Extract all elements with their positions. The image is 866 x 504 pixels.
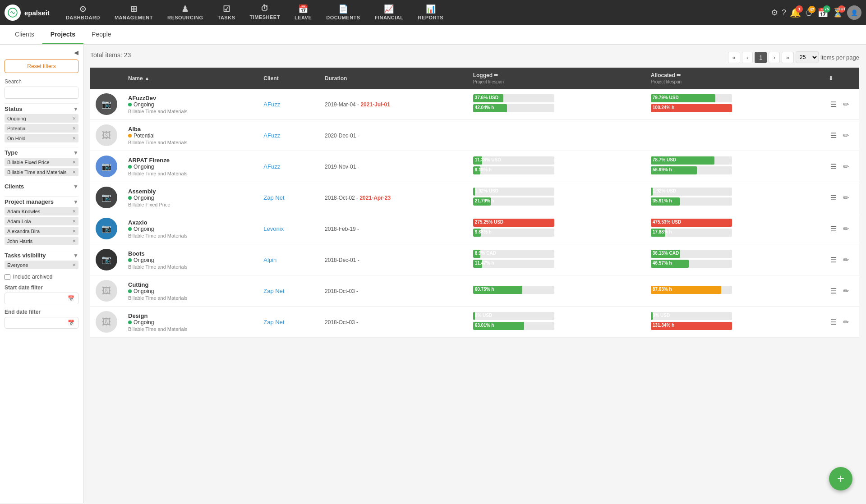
- current-page-button[interactable]: 1: [755, 52, 767, 63]
- logo-area[interactable]: epalseit: [5, 5, 50, 21]
- th-client[interactable]: Client: [258, 68, 319, 89]
- include-archived-checkbox[interactable]: [5, 274, 10, 280]
- nav-financial[interactable]: 📈 FINANCIAL: [368, 0, 411, 25]
- pm-tag-1[interactable]: Adam Lola ×: [5, 217, 78, 225]
- remove-tasks-vis-icon[interactable]: ×: [72, 262, 76, 268]
- th-allocated[interactable]: Allocated ✏ Project lifespan: [645, 68, 823, 89]
- include-archived-label[interactable]: Include archived: [13, 274, 52, 280]
- last-page-button[interactable]: »: [782, 52, 794, 63]
- remove-potential-icon[interactable]: ×: [72, 125, 76, 131]
- remove-pm-1-icon[interactable]: ×: [72, 218, 76, 224]
- nav-timesheet[interactable]: ⏱ TIMESHEET: [242, 0, 287, 25]
- edit-button[interactable]: ✏: [841, 224, 851, 234]
- pm-tag-0[interactable]: Adam Knowles ×: [5, 207, 78, 215]
- tab-clients[interactable]: Clients: [7, 25, 42, 44]
- view-log-button[interactable]: ☰: [829, 192, 838, 203]
- edit-button[interactable]: ✏: [841, 99, 851, 110]
- tab-people[interactable]: People: [83, 25, 120, 44]
- remove-ongoing-icon[interactable]: ×: [72, 115, 76, 121]
- remove-pm-3-icon[interactable]: ×: [72, 238, 76, 244]
- download-icon[interactable]: ⬇: [829, 75, 833, 82]
- row-actions: ☰ ✏: [829, 255, 854, 265]
- items-per-page-select[interactable]: 25 50 100: [796, 51, 819, 63]
- remove-onhold-icon[interactable]: ×: [72, 135, 76, 141]
- th-logged[interactable]: Logged ✏ Project lifespan: [468, 68, 645, 89]
- view-log-button[interactable]: ☰: [829, 130, 838, 141]
- client-link[interactable]: AFuzz: [263, 101, 280, 108]
- pm-tag-2[interactable]: Alexandra Bira ×: [5, 227, 78, 235]
- project-status: Ongoing: [128, 164, 253, 170]
- reset-filters-button[interactable]: Reset filters: [5, 60, 78, 73]
- client-link[interactable]: Levonix: [263, 225, 284, 232]
- type-tag-fixed[interactable]: Billable Fixed Price ×: [5, 158, 78, 166]
- type-tag-time-materials[interactable]: Billable Time and Materials ×: [5, 168, 78, 176]
- edit-button[interactable]: ✏: [841, 255, 851, 265]
- nav-tasks[interactable]: ☑ TASKS: [211, 0, 243, 25]
- nav-management[interactable]: ⊞ MANAGEMENT: [107, 0, 160, 25]
- user-avatar[interactable]: 👤: [847, 5, 861, 20]
- search-input[interactable]: [5, 87, 78, 98]
- remove-time-materials-icon[interactable]: ×: [72, 169, 76, 175]
- project-type: Billable Fixed Price: [128, 202, 253, 207]
- next-page-button[interactable]: ›: [769, 52, 779, 63]
- add-project-fab[interactable]: +: [829, 467, 852, 490]
- status-tag-ongoing[interactable]: Ongoing ×: [5, 114, 78, 123]
- remove-pm-2-icon[interactable]: ×: [72, 228, 76, 234]
- end-date-button[interactable]: 📅: [5, 317, 78, 329]
- th-avatar: [90, 68, 123, 89]
- project-logged-cell: 1.92% USD 21.79% h: [468, 182, 645, 213]
- view-log-button[interactable]: ☰: [829, 161, 838, 172]
- tab-projects[interactable]: Projects: [42, 25, 83, 44]
- calendar-button[interactable]: 📅 75: [817, 7, 829, 18]
- help-button[interactable]: ?: [782, 8, 786, 18]
- client-link[interactable]: AFuzz: [263, 132, 280, 139]
- project-status: Ongoing: [128, 195, 253, 201]
- prev-page-button[interactable]: ‹: [742, 52, 753, 63]
- remove-pm-0-icon[interactable]: ×: [72, 208, 76, 214]
- nav-documents[interactable]: 📄 DOCUMENTS: [319, 0, 367, 25]
- start-date-button[interactable]: 📅: [5, 293, 78, 304]
- view-log-button[interactable]: ☰: [829, 286, 838, 296]
- project-type: Billable Time and Materials: [128, 233, 253, 238]
- row-actions: ☰ ✏: [829, 192, 854, 203]
- client-link[interactable]: Zap Net: [263, 319, 284, 325]
- nav-dashboard[interactable]: ⊙ DASHBOARD: [59, 0, 107, 25]
- status-tag-potential[interactable]: Potential ×: [5, 124, 78, 133]
- th-name[interactable]: Name ▲: [123, 68, 258, 89]
- edit-button[interactable]: ✏: [841, 317, 851, 327]
- tasks-visibility-header[interactable]: Tasks visibility ▼: [5, 250, 78, 261]
- view-log-button[interactable]: ☰: [829, 317, 838, 327]
- type-filter-header[interactable]: Type ▼: [5, 147, 78, 158]
- client-link[interactable]: AFuzz: [263, 163, 280, 170]
- view-log-button[interactable]: ☰: [829, 255, 838, 265]
- edit-button[interactable]: ✏: [841, 130, 851, 141]
- remove-fixed-icon[interactable]: ×: [72, 159, 76, 165]
- client-link[interactable]: Alpin: [263, 257, 276, 263]
- clock-button[interactable]: ⏱ 47: [805, 8, 814, 18]
- view-log-button[interactable]: ☰: [829, 99, 838, 110]
- clients-filter-header[interactable]: Clients ▼: [5, 181, 78, 192]
- view-log-button[interactable]: ☰: [829, 224, 838, 234]
- pm-tag-3[interactable]: John Harris ×: [5, 237, 78, 245]
- pm-filter-header[interactable]: Project managers ▼: [5, 196, 78, 207]
- status-tag-onhold[interactable]: On Hold ×: [5, 134, 78, 142]
- edit-button[interactable]: ✏: [841, 286, 851, 296]
- client-link[interactable]: Zap Net: [263, 194, 284, 201]
- edit-button[interactable]: ✏: [841, 192, 851, 203]
- nav-leave[interactable]: 📅 LEAVE: [287, 0, 319, 25]
- bell-button[interactable]: 🔔 1: [790, 7, 801, 18]
- timer-button[interactable]: ⏳ OUT: [832, 7, 843, 18]
- tasks-vis-tag[interactable]: Everyone ×: [5, 261, 78, 269]
- status-dot-icon: [128, 227, 132, 231]
- sidebar-collapse-btn[interactable]: ◀: [5, 49, 78, 56]
- first-page-button[interactable]: «: [728, 52, 740, 63]
- status-filter-header[interactable]: Status ▼: [5, 103, 78, 114]
- client-link[interactable]: Zap Net: [263, 288, 284, 294]
- settings-button[interactable]: ⚙: [771, 8, 778, 18]
- nav-resourcing[interactable]: ♟ RESOURCING: [160, 0, 211, 25]
- th-duration[interactable]: Duration: [319, 68, 468, 89]
- project-name: Alba: [128, 126, 253, 133]
- project-client-cell: AFuzz: [258, 151, 319, 182]
- edit-button[interactable]: ✏: [841, 161, 851, 172]
- nav-reports[interactable]: 📊 REPORTS: [410, 0, 451, 25]
